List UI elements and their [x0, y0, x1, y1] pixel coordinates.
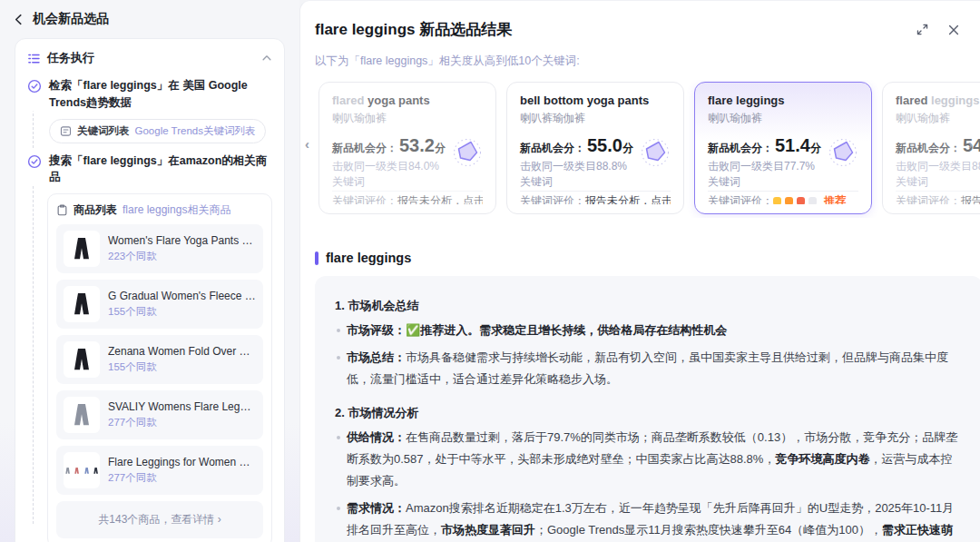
- score-label: 新品机会分：: [896, 141, 961, 156]
- radar-chart-icon: [826, 135, 860, 170]
- product-info: Flare Leggings for Women Fold Over...277…: [108, 456, 256, 485]
- evaluation-label: 关键词评价：: [708, 193, 773, 204]
- score-value: 51.4: [775, 135, 810, 156]
- keyword-evaluation[interactable]: 关键词评价：报告未分析，点击分析: [332, 192, 483, 204]
- beat-percent-text: 击败同一级类目84.0%关键词: [332, 159, 443, 191]
- task-panel-title: 任务执行: [47, 50, 255, 66]
- score-label: 新品机会分：: [332, 141, 397, 156]
- product-rows: Women's Flare Yoga Pants with Poc...223个…: [56, 224, 263, 495]
- beat-percent-text: 击败同一级类目88.8%关键词: [520, 159, 631, 191]
- analysis-group-title: 2. 市场情况分析: [335, 405, 963, 421]
- back-icon[interactable]: [13, 14, 24, 25]
- product-title: G Gradual Women's Fleece Lined Pa...: [108, 290, 256, 302]
- rating-dot: [808, 197, 817, 204]
- check-circle-icon: [27, 79, 42, 112]
- score-unit: 分: [810, 141, 821, 156]
- score-label: 新品机会分：: [708, 141, 773, 156]
- pants-silhouette-icon: [92, 466, 100, 476]
- pants-silhouette-icon: [73, 466, 81, 476]
- analysis-group-title: 1. 市场机会总结: [335, 298, 963, 314]
- product-thumbnail: [64, 452, 100, 488]
- product-same-count: 155个同款: [108, 305, 256, 319]
- analyze-link[interactable]: 报告未分析，点击分析: [585, 193, 671, 204]
- keyword-card[interactable]: flared yoga pants喇叭瑜伽裤新品机会分：53.2分击败同一级类目…: [318, 82, 496, 214]
- evaluation-label: 关键词评价：: [896, 193, 961, 204]
- score-unit: 分: [622, 141, 633, 156]
- rating-dot: [773, 197, 781, 204]
- radar-chart-icon: [450, 135, 485, 170]
- product-title: Women's Flare Yoga Pants with Poc...: [108, 234, 256, 247]
- radar-chart-icon: [638, 135, 672, 170]
- analyze-link[interactable]: 报告未分析，点击分析: [397, 193, 483, 204]
- product-thumbnail: [64, 231, 100, 267]
- pants-silhouette-icon: [67, 234, 96, 263]
- product-same-count: 155个同款: [108, 360, 256, 374]
- analysis-bullet: 市场总结：市场具备稳健需求与持续增长动能，新品有切入空间，虽中国卖家主导且供给过…: [335, 347, 963, 390]
- radar-chart-icon: [450, 135, 485, 170]
- product-thumbnail: [64, 341, 100, 378]
- pants-silhouette-icon: [67, 345, 96, 374]
- carousel-next-icon[interactable]: ›: [968, 136, 973, 152]
- form-icon: [60, 125, 72, 137]
- product-row[interactable]: G Gradual Women's Fleece Lined Pa...155个…: [56, 280, 263, 329]
- pants-silhouette-icon: [83, 466, 91, 476]
- view-all-products-link[interactable]: 共143个商品，查看详情 ›: [56, 501, 263, 538]
- product-list-sublabel: flare leggings相关商品: [122, 202, 230, 218]
- keyword-evaluation[interactable]: 关键词评价：报告未分析，点击分析: [520, 192, 671, 204]
- task-connector-line: [33, 168, 34, 524]
- rating-dot: [797, 197, 805, 204]
- keyword-list-pill[interactable]: 关键词列表 Google Trends关键词列表: [49, 119, 266, 143]
- sidebar: 机会新品选品 任务执行 检索「flare leggings」在 美国 Googl…: [0, 0, 299, 542]
- task-item-amazon-search: 搜索「flare leggings」在amazon的相关商品: [27, 153, 272, 187]
- product-thumbnail: [64, 397, 100, 433]
- clipboard-icon: [56, 204, 68, 216]
- product-same-count: 277个同款: [108, 416, 256, 429]
- carousel-prev-icon[interactable]: ‹: [305, 136, 309, 152]
- radar-chart-icon: [638, 135, 672, 170]
- evaluation-label: 关键词评价：: [520, 193, 585, 204]
- recommend-badge: 推荐: [824, 193, 846, 204]
- evaluation-label: 关键词评价：: [332, 193, 397, 204]
- keyword-evaluation[interactable]: 关键词评价：推荐: [708, 192, 858, 204]
- beat-percent-text: 击败同一级类目88.5%关键词: [896, 159, 980, 191]
- keyword-evaluation[interactable]: 关键词评价：报告未分析，点击分析: [896, 192, 980, 204]
- keyword-card[interactable]: bell bottom yoga pants喇叭裤瑜伽裤新品机会分：55.0分击…: [506, 82, 684, 214]
- score-label: 新品机会分：: [520, 141, 585, 156]
- artifact-label: 关键词列表: [77, 124, 130, 138]
- result-panel: flare leggings 新品选品结果 以下为「flare leggings…: [299, 0, 980, 542]
- result-title: flare leggings 新品选品结果: [315, 19, 897, 40]
- artifact-value: Google Trends关键词列表: [135, 124, 256, 138]
- check-circle-icon: [27, 154, 42, 187]
- keyword-card-translation: 喇叭瑜伽裤: [332, 111, 483, 126]
- keyword-card-translation: 喇叭瑜伽裤: [896, 111, 980, 126]
- product-list-card: 商品列表 flare leggings相关商品 Women's Flare Yo…: [47, 193, 272, 542]
- page-title: 机会新品选品: [33, 11, 109, 27]
- task-execution-panel: 任务执行 检索「flare leggings」在 美国 Google Trend…: [15, 38, 285, 542]
- close-icon[interactable]: [947, 24, 960, 36]
- keyword-card[interactable]: flared leggings喇叭瑜伽裤新品机会分：54.8分击败同一级类目88…: [882, 82, 980, 214]
- analysis-bullet: 需求情况：Amazon搜索排名近期稳定在1.3万左右，近一年趋势呈现「先升后降再…: [335, 498, 963, 542]
- product-same-count: 277个同款: [108, 471, 256, 485]
- product-list-label: 商品列表: [74, 202, 117, 218]
- pants-silhouette-icon: [67, 400, 96, 429]
- product-row[interactable]: Flare Leggings for Women Fold Over...277…: [56, 446, 263, 495]
- pants-silhouette-icon: [67, 290, 96, 319]
- analyze-link[interactable]: 报告未分析，点击分析: [961, 193, 980, 204]
- keyword-carousel: ‹ flared yoga pants喇叭瑜伽裤新品机会分：53.2分击败同一级…: [300, 80, 980, 218]
- keyword-card-translation: 喇叭瑜伽裤: [708, 111, 858, 126]
- task-item-google-trends: 检索「flare leggings」在 美国 Google Trends趋势数据: [27, 77, 272, 112]
- task-list-icon: [27, 52, 41, 65]
- market-analysis-card: 1. 市场机会总结市场评级：✅推荐进入。需求稳定且增长持续，供给格局存在结构性机…: [315, 276, 980, 542]
- keyword-card-title: flared yoga pants: [332, 94, 483, 107]
- expand-icon[interactable]: [916, 23, 929, 36]
- keyword-card[interactable]: flare leggings喇叭瑜伽裤新品机会分：51.4分击败同一级类目77.…: [694, 82, 872, 214]
- keyword-card-title: flare leggings: [708, 94, 858, 107]
- analysis-group: 2. 市场情况分析供给情况：在售商品数量过剩，落后于79.7%的同类市场；商品垄…: [335, 405, 963, 542]
- product-row[interactable]: Women's Flare Yoga Pants with Poc...223个…: [56, 224, 263, 273]
- product-row[interactable]: Zenana Women Fold Over Waist Cot...155个同…: [56, 335, 263, 384]
- collapse-chevron-icon[interactable]: [261, 53, 272, 64]
- analysis-group: 1. 市场机会总结市场评级：✅推荐进入。需求稳定且增长持续，供给格局存在结构性机…: [335, 298, 963, 390]
- radar-chart-icon: [826, 135, 860, 170]
- product-row[interactable]: SVALIY Womens Flare Leggings Yog...277个同…: [56, 390, 263, 439]
- task-text: 搜索「flare leggings」在amazon的相关商品: [49, 153, 272, 187]
